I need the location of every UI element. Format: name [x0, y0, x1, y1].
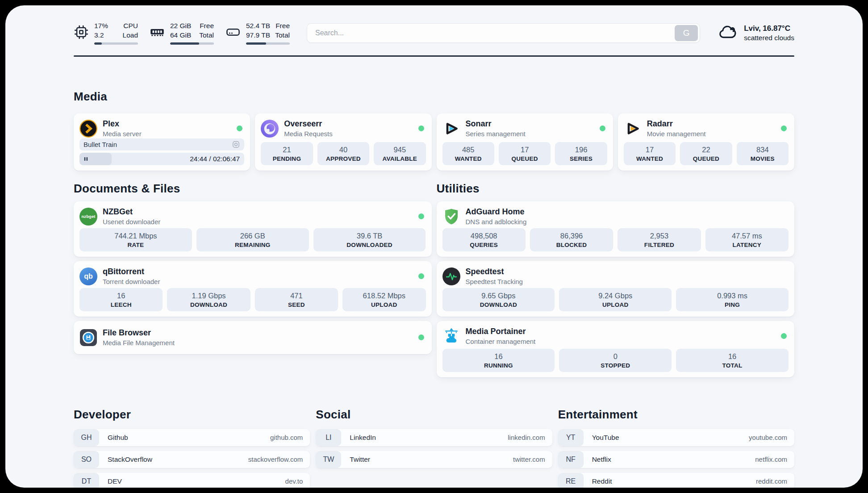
stat-box: 21 PENDING: [261, 142, 313, 165]
bookmark-abbr: YT: [558, 429, 584, 446]
bookmark-stackoverflow[interactable]: SO StackOverflow stackoverflow.com: [74, 451, 310, 468]
status-dot: [418, 273, 424, 279]
stat-box: 196 SERIES: [555, 142, 607, 165]
bookmarks-developer: Developer GH Github github.com SO StackO…: [74, 408, 310, 488]
section-title-entertainment: Entertainment: [558, 408, 794, 422]
disk-values: 52.4 TB 97.9 TB: [246, 21, 270, 40]
bookmark-url: twitter.com: [513, 455, 552, 463]
section-title-developer: Developer: [74, 408, 310, 422]
memory-progress-bar: [170, 42, 214, 45]
card-subtitle: Series management: [466, 130, 594, 138]
stat-box: 471 SEED: [255, 288, 338, 311]
search-provider-button[interactable]: G: [675, 25, 698, 41]
status-dot: [781, 125, 787, 131]
overseerr-card[interactable]: Overseerr Media Requests 21 PENDING 40 A…: [255, 113, 431, 171]
card-subtitle: Torrent downloader: [103, 277, 413, 286]
stat-box: 16 TOTAL: [676, 349, 789, 372]
plex-icon: [79, 120, 97, 138]
stat-box: 17 WANTED: [624, 142, 676, 165]
bookmark-url: linkedin.com: [508, 434, 552, 441]
stat-box: 485 WANTED: [442, 142, 494, 165]
speedtest-card[interactable]: Speedtest Speedtest Tracking 9.65 Gbps D…: [437, 261, 795, 317]
stat-box: 16 RUNNING: [442, 349, 555, 372]
nzbget-card[interactable]: nzbget NZBGet Usenet downloader 744.21 M…: [74, 201, 432, 257]
bookmark-linkedin[interactable]: LI LinkedIn linkedin.com: [316, 429, 552, 446]
bookmarks-social: Social LI LinkedIn linkedin.com TW Twitt…: [316, 408, 552, 488]
radarr-icon: [624, 120, 642, 138]
overseerr-icon: [261, 120, 279, 138]
section-title-social: Social: [316, 408, 552, 422]
sonarr-card[interactable]: Sonarr Series management 485 WANTED 17 Q…: [437, 113, 613, 171]
memory-icon: [150, 25, 165, 42]
status-dot: [600, 125, 605, 131]
status-dot: [418, 125, 424, 131]
stat-box: 39.6 TB DOWNLOADED: [313, 228, 426, 251]
card-title: Speedtest: [466, 267, 789, 277]
status-dot: [781, 333, 787, 339]
bookmark-abbr: RE: [558, 473, 584, 488]
bookmark-url: youtube.com: [749, 434, 794, 441]
dashboard-page: 17% 3.2 CPU Load: [5, 5, 863, 488]
bookmark-name: StackOverflow: [99, 455, 248, 464]
card-title: Overseerr: [284, 119, 413, 129]
section-title-media: Media: [74, 90, 794, 104]
stat-box: 1.19 Gbps DOWNLOAD: [167, 288, 250, 311]
stat-box: 86,396 BLOCKED: [530, 228, 613, 251]
memory-labels: Free Total: [199, 21, 214, 40]
bookmark-abbr: TW: [316, 451, 341, 468]
stat-box: 498,508 QUERIES: [442, 228, 526, 251]
stat-box: 47.57 ms LATENCY: [705, 228, 789, 251]
radarr-card[interactable]: Radarr Movie management 17 WANTED 22 QUE…: [618, 113, 794, 171]
card-subtitle: Usenet downloader: [103, 217, 413, 226]
qbittorrent-card[interactable]: qb qBittorrent Torrent downloader 16 LEE…: [74, 261, 432, 317]
bookmark-url: reddit.com: [756, 477, 794, 485]
playback-progress-row: 24:44 / 02:06:47: [79, 153, 244, 165]
plex-card[interactable]: Plex Media server Bullet Train: [74, 113, 250, 171]
card-title: AdGuard Home: [466, 207, 789, 217]
bookmark-twitter[interactable]: TW Twitter twitter.com: [316, 451, 552, 468]
stat-box: 2,953 FILTERED: [618, 228, 701, 251]
cpu-widget: 17% 3.2 CPU Load: [74, 21, 138, 45]
section-title-utilities: Utilities: [437, 182, 795, 196]
documents-column: Documents & Files nzbget NZBGet Usenet d…: [74, 182, 432, 359]
cpu-values: 17% 3.2: [94, 21, 108, 40]
disk-icon: [225, 25, 241, 42]
card-subtitle: Media File Management: [103, 338, 413, 347]
bookmark-github[interactable]: GH Github github.com: [74, 429, 310, 446]
cpu-progress-bar: [94, 42, 138, 45]
stat-box: 22 QUEUED: [680, 142, 732, 165]
stat-box: 618.52 Mbps UPLOAD: [342, 288, 426, 311]
bookmark-url: stackoverflow.com: [248, 455, 310, 463]
portainer-icon: [442, 327, 460, 345]
adguard-card[interactable]: AdGuard Home DNS and adblocking 498,508 …: [437, 201, 795, 257]
card-title: NZBGet: [103, 207, 413, 217]
bookmark-dev[interactable]: DT DEV dev.to: [74, 473, 310, 488]
stat-box: 945 AVAILABLE: [374, 142, 426, 165]
portainer-card[interactable]: Media Portainer Container management 16 …: [437, 321, 795, 377]
disk-widget: 52.4 TB 97.9 TB Free Total: [225, 21, 290, 45]
weather-condition: scattered clouds: [744, 34, 794, 42]
now-playing-title: Bullet Train: [83, 141, 117, 148]
speedtest-icon: [442, 267, 460, 285]
bookmarks-entertainment: Entertainment YT YouTube youtube.com NF …: [558, 408, 794, 488]
top-bar: 17% 3.2 CPU Load: [74, 5, 794, 47]
session-icon: [232, 140, 240, 149]
bookmark-youtube[interactable]: YT YouTube youtube.com: [558, 429, 794, 446]
search-input[interactable]: [307, 23, 700, 43]
weather-widget: Lviv, 16.87°C scattered clouds: [717, 23, 794, 43]
search-bar: G: [307, 23, 700, 43]
bookmark-reddit[interactable]: RE Reddit reddit.com: [558, 473, 794, 488]
bookmark-name: LinkedIn: [341, 434, 508, 442]
card-title: Media Portainer: [466, 326, 776, 337]
filebrowser-card[interactable]: File Browser Media File Management: [74, 321, 432, 354]
stat-box: 40 APPROVED: [317, 142, 369, 165]
bookmark-netflix[interactable]: NF Netflix netflix.com: [558, 451, 794, 468]
card-subtitle: Media Requests: [284, 130, 413, 138]
bookmark-name: Netflix: [584, 455, 755, 464]
card-title: Radarr: [647, 119, 776, 129]
stat-box: 266 GB REMAINING: [196, 228, 309, 251]
card-title: Plex: [103, 119, 231, 129]
stat-box: 9.65 Gbps DOWNLOAD: [442, 288, 555, 311]
bookmark-name: YouTube: [584, 434, 749, 442]
qbittorrent-icon: qb: [79, 267, 97, 285]
